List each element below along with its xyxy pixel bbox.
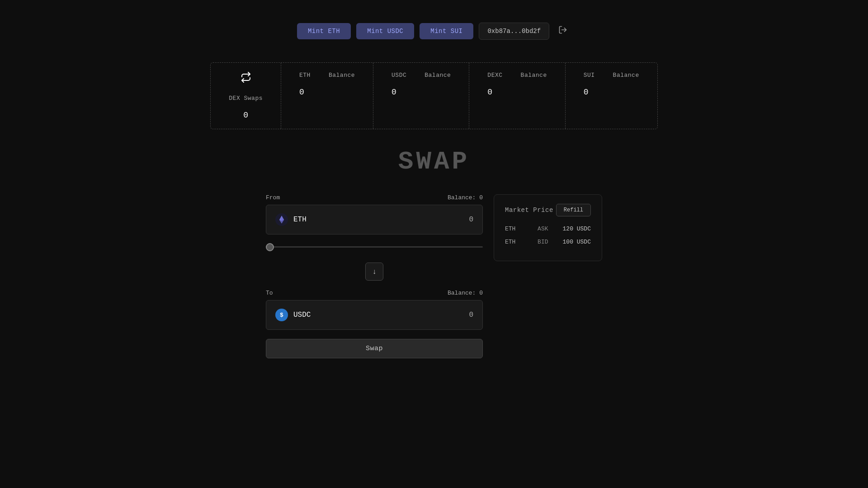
to-balance: Balance: 0 [448,290,483,296]
from-balance: Balance: 0 [448,194,483,201]
sui-balance-label: Balance [613,72,639,79]
ask-type: ASK [534,225,552,232]
dexc-balance-value: 0 [487,88,547,97]
slider-container [266,242,483,250]
from-header: From Balance: 0 [266,194,483,201]
usdc-stat-label: USDC [392,72,406,79]
swap-container: SWAP From Balance: 0 [0,147,868,358]
from-token-left: ETH [275,213,307,226]
from-label: From [266,194,280,201]
dex-swap-icon [241,72,251,86]
usdc-stat-cell: USDC Balance 0 [373,63,469,129]
logout-icon[interactable] [555,22,571,41]
ask-token: ETH [505,225,523,232]
swap-form: From Balance: 0 ETH [266,194,483,358]
to-token-input[interactable]: $ USDC 0 [266,300,483,330]
market-row-bid: ETH BID 100 USDC [505,239,591,245]
market-header: Market Price Refill [505,204,591,216]
dex-swaps-cell: DEX Swaps 0 [211,63,281,129]
arrow-btn-container: ↓ [266,263,483,281]
market-row-ask: ETH ASK 120 USDC [505,225,591,232]
to-token-name: USDC [293,311,311,319]
mint-sui-button[interactable]: Mint SUI [420,23,473,39]
bid-value: 100 USDC [563,239,591,245]
from-amount: 0 [469,216,473,224]
usdc-balance-label: Balance [425,72,451,79]
amount-slider[interactable] [266,246,483,248]
to-token-left: $ USDC [275,309,311,321]
mint-eth-button[interactable]: Mint ETH [297,23,351,39]
sui-stat-cell: SUI Balance 0 [566,63,657,129]
stats-row: DEX Swaps 0 ETH Balance 0 USDC Balance 0… [210,62,657,129]
swap-button[interactable]: Swap [266,339,483,358]
swap-direction-button[interactable]: ↓ [365,263,383,281]
dex-swaps-label: DEX Swaps [229,95,263,102]
bid-type: BID [534,239,552,245]
to-header: To Balance: 0 [266,290,483,296]
from-token-input[interactable]: ETH 0 [266,205,483,235]
ask-value: 120 USDC [563,225,591,232]
eth-stat-label: ETH [299,72,311,79]
eth-icon [275,213,288,226]
eth-balance-label: Balance [329,72,355,79]
wallet-address: 0xb87a...0bd2f [479,23,549,40]
eth-balance-value: 0 [299,88,355,97]
dex-swaps-value: 0 [243,111,248,120]
dexc-stat-label: DEXC [487,72,502,79]
down-arrow-icon: ↓ [373,267,376,276]
market-price-panel: Market Price Refill ETH ASK 120 USDC ETH… [494,194,602,261]
refill-button[interactable]: Refill [556,204,591,216]
bid-token: ETH [505,239,523,245]
mint-usdc-button[interactable]: Mint USDC [356,23,414,39]
usdc-balance-value: 0 [392,88,451,97]
header: Mint ETH Mint USDC Mint SUI 0xb87a...0bd… [297,22,571,41]
eth-stat-cell: ETH Balance 0 [281,63,373,129]
sui-stat-label: SUI [584,72,595,79]
dexc-stat-cell: DEXC Balance 0 [469,63,565,129]
to-amount: 0 [469,311,473,319]
market-price-title: Market Price [505,206,553,214]
swap-body: From Balance: 0 ETH [266,194,602,358]
to-label: To [266,290,273,296]
swap-title: SWAP [398,147,470,176]
to-section: To Balance: 0 $ USDC 0 [266,290,483,330]
dexc-balance-label: Balance [521,72,547,79]
from-token-name: ETH [293,216,307,224]
usdc-icon: $ [275,309,288,321]
sui-balance-value: 0 [584,88,639,97]
